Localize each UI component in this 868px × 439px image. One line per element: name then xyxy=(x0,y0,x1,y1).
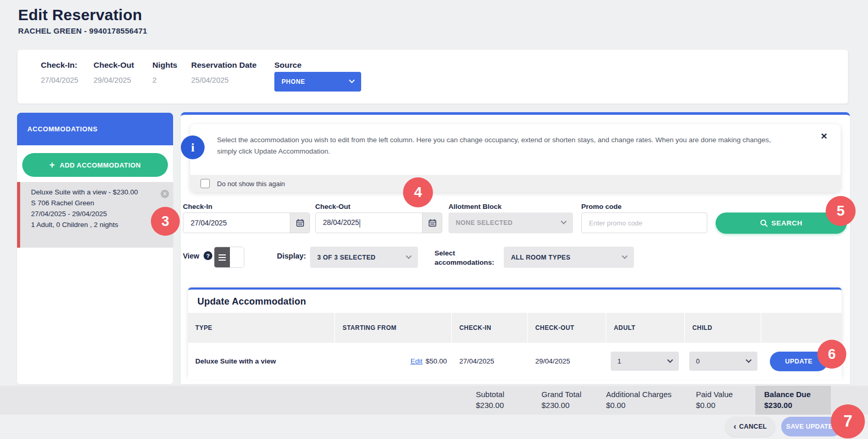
source-select[interactable]: PHONE xyxy=(274,72,361,92)
allotment-select-value: NONE SELECTED xyxy=(456,219,513,226)
chevron-down-icon xyxy=(349,78,354,83)
summary-nights-label: Nights xyxy=(152,60,177,70)
row-adult-cell: 1 xyxy=(607,352,685,371)
edit-reservation-page: Edit Reservation RACHEL GREEN - 99401785… xyxy=(0,0,868,439)
close-icon[interactable]: × xyxy=(821,130,827,141)
promo-label: Promo code xyxy=(581,203,622,210)
col-type: TYPE xyxy=(188,313,335,343)
chevron-down-icon xyxy=(746,357,751,362)
step-badge-7: 7 xyxy=(831,404,865,438)
cancel-button[interactable]: ‹ CANCEL xyxy=(725,417,775,436)
child-select-value: 0 xyxy=(696,357,700,365)
chevron-down-icon xyxy=(622,253,627,259)
col-checkin: CHECK-IN xyxy=(452,313,528,343)
row-type: Deluxe Suite with a view xyxy=(188,357,335,365)
page-title: Edit Reservation xyxy=(18,6,142,24)
accommodation-card-line3: 27/04/2025 - 29/04/2025 xyxy=(31,209,160,220)
accommodation-card[interactable]: Deluxe Suite with a view - $230.00 S 706… xyxy=(17,182,173,248)
summary-source-label: Source xyxy=(274,60,302,70)
room-type-select[interactable]: ALL ROOM TYPES xyxy=(504,247,634,268)
display-select-value: 3 OF 3 SELECTED xyxy=(317,254,376,261)
chevron-down-icon xyxy=(667,357,673,362)
calendar-icon[interactable] xyxy=(290,213,309,233)
summary-checkout-value: 29/04/2025 xyxy=(94,76,131,84)
row-child-cell: 0 xyxy=(685,352,762,371)
accommodations-header: ACCOMMODATIONS xyxy=(17,113,173,145)
display-select[interactable]: 3 OF 3 SELECTED xyxy=(310,247,418,268)
info-icon: i xyxy=(181,135,205,159)
remove-accommodation-icon[interactable]: × xyxy=(161,190,169,198)
accommodations-panel xyxy=(17,145,173,384)
col-actions xyxy=(762,313,842,343)
checkout-field[interactable]: 28/04/2025 xyxy=(315,213,442,233)
promo-input[interactable] xyxy=(581,213,707,233)
back-chevron-icon: ‹ xyxy=(734,422,737,431)
calendar-icon[interactable] xyxy=(422,213,442,233)
add-accommodation-label: ADD ACCOMMODATION xyxy=(59,161,141,169)
chevron-down-icon xyxy=(406,253,411,259)
allotment-label: Allotment Block xyxy=(448,203,502,210)
info-banner-message: Select the accommodation you wish to edi… xyxy=(217,134,778,158)
summary-nights-value: 2 xyxy=(152,76,157,84)
accommodation-card-line4: 1 Adult, 0 Children , 2 nights xyxy=(31,220,160,231)
edit-rate-link[interactable]: Edit xyxy=(410,357,422,365)
col-child: CHILD xyxy=(685,313,762,343)
additional-charges-value: $0.00 xyxy=(606,401,626,410)
chevron-down-icon xyxy=(561,219,566,224)
step-badge-3: 3 xyxy=(151,207,180,236)
summary-checkout-label: Check-Out xyxy=(94,60,134,70)
info-banner: Select the accommodation you wish to edi… xyxy=(190,124,841,192)
update-accommodation-section: Update Accommodation TYPE STARTING FROM … xyxy=(188,287,842,377)
step-badge-4: 4 xyxy=(403,177,433,207)
view-label: View xyxy=(183,252,199,260)
checkout-value: 28/04/2025 xyxy=(316,218,422,227)
totals-bar: Subtotal $230.00 Grand Total $230.00 Add… xyxy=(0,386,868,415)
source-select-value: PHONE xyxy=(282,78,305,85)
room-type-select-value: ALL ROOM TYPES xyxy=(511,254,570,261)
adult-select-value: 1 xyxy=(617,357,621,365)
balance-due-value: $230.00 xyxy=(764,401,792,410)
view-toggle[interactable] xyxy=(214,247,244,268)
dismiss-strip: Do not show this again xyxy=(190,175,841,192)
display-label: Display: xyxy=(277,252,306,260)
add-accommodation-button[interactable]: + ADD ACCOMMODATION xyxy=(22,153,168,177)
accommodation-card-line2: S 706 Rachel Green xyxy=(31,198,160,209)
help-icon[interactable]: ? xyxy=(204,251,212,260)
summary-checkin-value: 27/04/2025 xyxy=(41,76,79,84)
table-header-row: TYPE STARTING FROM CHECK-IN CHECK-OUT AD… xyxy=(188,313,842,343)
step-badge-6: 6 xyxy=(817,340,846,369)
checkin-field[interactable]: 27/04/2025 xyxy=(183,213,310,233)
dismiss-checkbox-label: Do not show this again xyxy=(217,180,285,188)
adult-select[interactable]: 1 xyxy=(611,352,679,371)
text-caret xyxy=(360,219,360,228)
summary-resdate-label: Reservation Date xyxy=(191,60,257,70)
col-adult: ADULT xyxy=(607,313,685,343)
accommodations-header-label: ACCOMMODATIONS xyxy=(27,125,98,133)
select-accommodations-label: Select accommodations: xyxy=(435,249,490,267)
update-section-title: Update Accommodation xyxy=(197,296,306,307)
allotment-select[interactable]: NONE SELECTED xyxy=(448,213,573,233)
dismiss-checkbox[interactable] xyxy=(200,179,210,188)
list-view-segment[interactable] xyxy=(214,247,230,267)
checkin-value: 27/04/2025 xyxy=(183,219,290,227)
grid-view-segment[interactable] xyxy=(230,247,244,267)
row-price: $50.00 xyxy=(426,357,447,365)
table-row: Deluxe Suite with a view Edit $50.00 27/… xyxy=(188,343,842,380)
checkin-label: Check-In xyxy=(183,203,212,210)
col-checkout: CHECK-OUT xyxy=(528,313,607,343)
subtotal-label: Subtotal xyxy=(476,390,504,399)
child-select[interactable]: 0 xyxy=(689,352,757,371)
cancel-button-label: CANCEL xyxy=(739,423,767,430)
grand-total-label: Grand Total xyxy=(541,390,581,399)
list-view-icon xyxy=(219,254,226,261)
summary-resdate-value: 25/04/2025 xyxy=(191,76,229,84)
reservation-summary-card: Check-In: 27/04/2025 Check-Out 29/04/202… xyxy=(17,49,848,104)
subtotal-value: $230.00 xyxy=(476,401,504,410)
row-checkout: 29/04/2025 xyxy=(528,357,607,365)
search-icon xyxy=(760,219,768,227)
checkout-label: Check-Out xyxy=(315,203,350,210)
summary-checkin-label: Check-In: xyxy=(41,60,78,70)
search-button-label: SEARCH xyxy=(771,219,802,227)
row-checkin: 27/04/2025 xyxy=(452,357,528,365)
guest-subtitle: RACHEL GREEN - 9940178556471 xyxy=(18,26,147,35)
